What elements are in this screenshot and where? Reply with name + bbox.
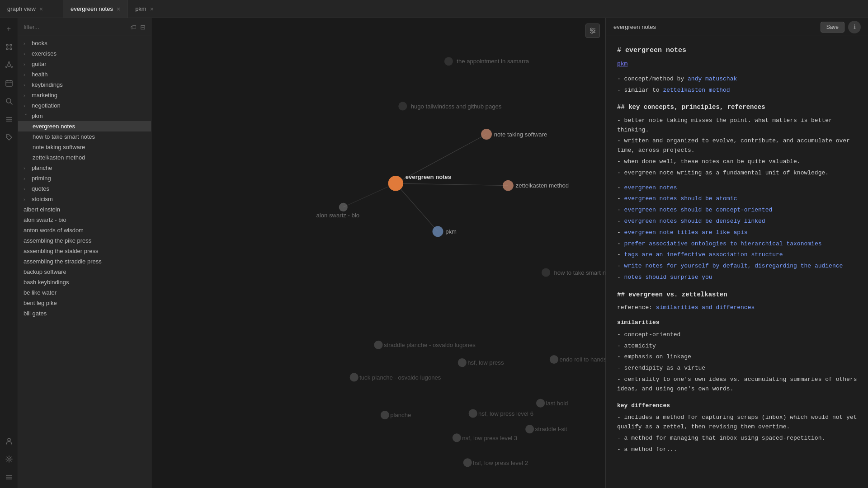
- sidebar-sub-item-evergreen-notes[interactable]: evergreen notes: [18, 121, 151, 131]
- sidebar-item-stoicism[interactable]: › stoicism: [18, 194, 151, 204]
- tab-pkm-close[interactable]: ×: [150, 6, 154, 12]
- note-reference-line: reference: similarities and differences: [617, 303, 857, 313]
- svg-text:pkm: pkm: [445, 228, 457, 235]
- list-item-bash-keybindings[interactable]: bash keybindings: [18, 277, 151, 287]
- svg-text:zettelkasten method: zettelkasten method: [516, 182, 569, 189]
- sort-icon[interactable]: ⊟: [140, 23, 146, 31]
- sidebar-item-health[interactable]: › health: [18, 69, 151, 80]
- svg-point-38: [398, 102, 407, 110]
- svg-line-33: [396, 183, 508, 186]
- list-item-bent-leg-pike[interactable]: bent leg pike: [18, 298, 151, 308]
- svg-line-10: [7, 66, 8, 67]
- sidebar-item-quotes[interactable]: › quotes: [18, 183, 151, 194]
- list-item-alon-swartz-bio[interactable]: alon swartz - bio: [18, 215, 151, 225]
- note-tag-link[interactable]: pkm: [617, 60, 857, 69]
- sidebar-sub-item-how-to-take-smart-notes[interactable]: how to take smart notes: [18, 131, 151, 142]
- sidebar-sub-item-zettelkasten-method[interactable]: zettelkasten method: [18, 152, 151, 163]
- tab-bar: graph view × evergreen notes × pkm ×: [0, 0, 868, 18]
- sidebar-item-keybindings-label: keybindings: [32, 81, 63, 88]
- note-content: # evergreen notes pkm - concept/method b…: [606, 36, 868, 488]
- sidebar-sub-item-evergreen-notes-label: evergreen notes: [33, 123, 75, 130]
- graph-icon-button[interactable]: [2, 58, 16, 72]
- note-sim-4: - serendipity as a virtue: [617, 364, 857, 373]
- tab-evergreen-notes-close[interactable]: ×: [117, 6, 120, 12]
- note-link-evergreen-notes[interactable]: evergreen notes: [624, 184, 677, 191]
- svg-point-62: [463, 458, 472, 467]
- chevron-negotiation-icon: ›: [24, 103, 29, 108]
- sidebar-item-priming[interactable]: › priming: [18, 173, 151, 183]
- svg-point-70: [388, 176, 403, 191]
- note-link-titles-apis[interactable]: evergreen note titles are like apis: [624, 229, 748, 236]
- sidebar-item-pkm-label: pkm: [32, 113, 43, 119]
- chevron-exercises-icon: ›: [24, 51, 29, 56]
- note-link-densely-linked[interactable]: evergreen notes should be densely linked: [624, 218, 765, 225]
- sidebar-item-keybindings[interactable]: › keybindings: [18, 80, 151, 90]
- note-link-tags[interactable]: tags are an ineffective association stru…: [624, 251, 783, 258]
- chevron-pkm-icon: ›: [24, 113, 29, 119]
- note-link-bullet-9: - notes should surprise you: [617, 273, 857, 282]
- chevron-guitar-icon: ›: [24, 61, 29, 67]
- note-link-similarities[interactable]: similarities and differences: [656, 304, 755, 311]
- sidebar-item-pkm[interactable]: › pkm: [18, 111, 151, 121]
- save-button[interactable]: Save: [821, 22, 844, 33]
- note-link-concept-oriented[interactable]: evergreen notes should be concept-orient…: [624, 206, 773, 213]
- sidebar-item-books[interactable]: › books: [18, 38, 151, 48]
- svg-point-3: [10, 48, 12, 50]
- tab-graph-view-close[interactable]: ×: [39, 6, 43, 12]
- note-link-andy[interactable]: andy matuschak: [688, 75, 737, 82]
- sidebar-item-exercises[interactable]: › exercises: [18, 48, 151, 59]
- sidebar-item-guitar[interactable]: › guitar: [18, 59, 151, 69]
- note-link-zettelkasten[interactable]: zettelkasten method: [663, 87, 730, 94]
- list-item-assembling-stalder-press[interactable]: assembling the stalder press: [18, 246, 151, 256]
- note-link-bullet-5: - evergreen note titles are like apis: [617, 228, 857, 238]
- tag-filter-icon[interactable]: 🏷: [130, 23, 137, 31]
- note-link-surprise[interactable]: notes should surprise you: [624, 274, 712, 281]
- svg-point-22: [8, 458, 10, 460]
- svg-text:how to take smart note...: how to take smart note...: [554, 269, 605, 276]
- list-item-assembling-pike-press[interactable]: assembling the pike press: [18, 235, 151, 246]
- sidebar-item-stoicism-label: stoicism: [32, 196, 53, 202]
- info-button[interactable]: ℹ: [848, 21, 861, 33]
- sidebar-item-marketing[interactable]: › marketing: [18, 90, 151, 100]
- list-item-albert-einstein[interactable]: albert einstein: [18, 204, 151, 215]
- sidebar-item-planche[interactable]: › planche: [18, 163, 151, 173]
- calendar-button[interactable]: [2, 76, 16, 90]
- list-item-anton-words-wisdom[interactable]: anton words of wisdom: [18, 225, 151, 235]
- svg-point-56: [469, 409, 477, 418]
- sidebar-item-negotiation[interactable]: › negotiation: [18, 100, 151, 111]
- list-item-be-like-water[interactable]: be like water: [18, 287, 151, 298]
- note-link-write-yourself[interactable]: write notes for yourself by default, dis…: [624, 263, 843, 269]
- svg-point-7: [5, 66, 7, 68]
- svg-point-54: [381, 411, 389, 419]
- svg-point-68: [433, 226, 443, 237]
- new-note-button[interactable]: +: [2, 22, 16, 36]
- svg-text:the appointment in samarra: the appointment in samarra: [457, 58, 529, 65]
- tab-pkm[interactable]: pkm ×: [128, 0, 191, 18]
- tab-pkm-label: pkm: [135, 5, 146, 12]
- note-editor: evergreen notes Save ℹ # evergreen notes…: [606, 18, 868, 488]
- graph-settings-button[interactable]: [585, 23, 600, 38]
- sidebar-sub-item-zettelkasten-method-label: zettelkasten method: [33, 154, 85, 161]
- tab-graph-view[interactable]: graph view ×: [0, 0, 63, 18]
- tab-evergreen-notes[interactable]: evergreen notes ×: [63, 0, 128, 18]
- tag-button[interactable]: [2, 130, 16, 145]
- svg-text:straddle l-sit: straddle l-sit: [535, 426, 567, 432]
- sidebar-sub-item-how-to-take-smart-notes-label: how to take smart notes: [33, 133, 95, 140]
- person-button[interactable]: [2, 434, 16, 448]
- more-button[interactable]: [2, 470, 16, 484]
- sidebar-sub-item-note-taking-software[interactable]: note taking software: [18, 142, 151, 152]
- svg-point-1: [10, 44, 12, 46]
- list-item-backup-software[interactable]: backup software: [18, 267, 151, 277]
- chevron-books-icon: ›: [24, 41, 29, 46]
- list-button[interactable]: [2, 112, 16, 127]
- settings-button[interactable]: [2, 452, 16, 466]
- list-item-bill-gates[interactable]: bill gates: [18, 308, 151, 319]
- list-item-assembling-straddle-press[interactable]: assembling the straddle press: [18, 256, 151, 267]
- note-link-bullet-8: - write notes for yourself by default, d…: [617, 262, 857, 271]
- filter-input[interactable]: [24, 23, 127, 30]
- nav-button[interactable]: [2, 40, 16, 54]
- note-link-atomic[interactable]: evergreen notes should be atomic: [624, 195, 737, 202]
- note-link-associative[interactable]: prefer associative ontologies to hierarc…: [624, 240, 822, 247]
- svg-point-5: [8, 62, 9, 63]
- search-button[interactable]: [2, 94, 16, 108]
